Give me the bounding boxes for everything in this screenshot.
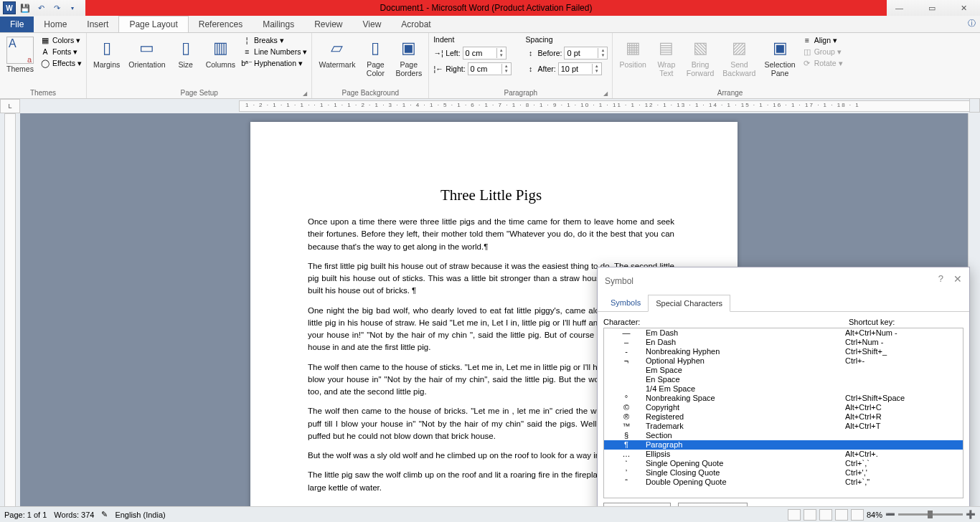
list-item[interactable]: 1/4 Em Space bbox=[604, 384, 963, 394]
size-button[interactable]: ▯Size bbox=[172, 35, 199, 70]
columns-button[interactable]: ▥Columns bbox=[204, 35, 237, 70]
list-item[interactable]: –En DashCtrl+Num - bbox=[604, 338, 963, 347]
tab-home[interactable]: Home bbox=[34, 16, 77, 32]
vertical-ruler-area bbox=[0, 113, 20, 508]
themes-button[interactable]: Themes bbox=[4, 35, 36, 75]
maximize-button[interactable]: ▭ bbox=[915, 0, 948, 16]
align-button[interactable]: ≡Align ▾ bbox=[802, 35, 843, 45]
tab-file[interactable]: File bbox=[0, 16, 34, 32]
header-shortcut: Shortcut key: bbox=[849, 318, 963, 326]
list-item[interactable]: …EllipsisAlt+Ctrl+. bbox=[604, 450, 963, 459]
position-label: Position bbox=[619, 60, 646, 69]
vertical-ruler[interactable] bbox=[4, 113, 16, 508]
spacing-after-label: After: bbox=[538, 65, 556, 73]
watermark-label: Watermark bbox=[319, 60, 355, 69]
view-printlayout-button[interactable] bbox=[788, 509, 801, 521]
list-item[interactable]: ¬Optional HyphenCtrl+- bbox=[604, 356, 963, 366]
minimize-button[interactable]: ― bbox=[883, 0, 915, 16]
pagesetup-launcher[interactable]: ◢ bbox=[303, 90, 307, 97]
save-icon[interactable]: 💾 bbox=[19, 1, 32, 14]
fonts-icon: A bbox=[40, 47, 50, 57]
pagecolor-button[interactable]: ▯Page Color bbox=[362, 35, 389, 79]
selectionpane-button[interactable]: ▣Selection Pane bbox=[762, 35, 797, 79]
ribbon: Themes ▦Colors ▾ AFonts ▾ ◯Effects ▾ The… bbox=[0, 33, 980, 99]
orientation-label: Orientation bbox=[128, 60, 165, 69]
paragraph-launcher[interactable]: ◢ bbox=[603, 90, 608, 97]
zoom-out-button[interactable]: ➖ bbox=[885, 510, 895, 519]
colors-button[interactable]: ▦Colors ▾ bbox=[40, 35, 82, 45]
tab-selector[interactable]: L bbox=[0, 99, 20, 113]
dialog-body: Character: Shortcut key: —Em DashAlt+Ctr… bbox=[598, 312, 969, 522]
view-fullscreen-button[interactable] bbox=[804, 509, 816, 521]
ruler-toggle-button[interactable] bbox=[969, 98, 980, 113]
position-icon: ▦ bbox=[621, 37, 644, 60]
view-draft-button[interactable] bbox=[851, 509, 864, 521]
list-item[interactable]: “Double Opening QuoteCtrl+`," bbox=[604, 478, 963, 487]
watermark-button[interactable]: ▱Watermark bbox=[316, 35, 357, 70]
zoom-slider[interactable] bbox=[898, 513, 963, 516]
spacing-before-input[interactable]: ▲▼ bbox=[564, 47, 608, 60]
dialog-tab-special[interactable]: Special Characters bbox=[648, 295, 730, 312]
undo-icon[interactable]: ↶ bbox=[34, 1, 47, 14]
list-item[interactable]: Em Space bbox=[604, 366, 963, 375]
themes-icon bbox=[6, 37, 34, 64]
orientation-button[interactable]: ▭Orientation bbox=[126, 35, 167, 70]
tab-pagelayout[interactable]: Page Layout bbox=[118, 16, 188, 32]
dialog-close-icon[interactable]: ✕ bbox=[953, 273, 962, 285]
status-page[interactable]: Page: 1 of 1 bbox=[4, 511, 47, 519]
list-item[interactable]: ¶Paragraph bbox=[604, 440, 963, 450]
indent-left-input[interactable]: ▲▼ bbox=[463, 47, 507, 60]
tab-review[interactable]: Review bbox=[304, 16, 352, 32]
list-item[interactable]: -Nonbreaking HyphenCtrl+Shift+_ bbox=[604, 347, 963, 356]
horizontal-ruler[interactable]: 1 · 2 · 1 · 1 · 1 · · 1 · 1 · 1 · 2 · 1 … bbox=[239, 100, 980, 112]
view-weblayout-button[interactable] bbox=[819, 509, 832, 521]
list-item[interactable]: ’Single Closing QuoteCtrl+',' bbox=[604, 468, 963, 478]
close-button[interactable]: ✕ bbox=[948, 0, 980, 16]
status-proofing-icon[interactable]: ✎ bbox=[101, 510, 108, 519]
special-characters-list[interactable]: —Em DashAlt+Ctrl+Num -–En DashCtrl+Num -… bbox=[603, 328, 963, 498]
wraptext-label: Wrap Text bbox=[657, 60, 675, 77]
spacing-after-input[interactable]: ▲▼ bbox=[558, 62, 602, 75]
dialog-titlebar[interactable]: Symbol ? ✕ bbox=[598, 267, 969, 295]
tab-references[interactable]: References bbox=[189, 16, 253, 32]
help-icon[interactable]: ⓘ bbox=[968, 18, 976, 29]
list-item[interactable]: ®RegisteredAlt+Ctrl+R bbox=[604, 412, 963, 422]
sendbackward-icon: ▨ bbox=[727, 37, 750, 60]
list-item[interactable]: §Section bbox=[604, 431, 963, 440]
tab-acrobat[interactable]: Acrobat bbox=[391, 16, 440, 32]
margins-button[interactable]: ▯Margins bbox=[91, 35, 122, 70]
dialog-tab-symbols[interactable]: Symbols bbox=[603, 295, 648, 311]
linenumbers-button[interactable]: ≡Line Numbers ▾ bbox=[242, 47, 307, 57]
tab-view[interactable]: View bbox=[353, 16, 392, 32]
indent-left-label: Left: bbox=[446, 49, 460, 57]
pagecolor-label: Page Color bbox=[367, 60, 385, 77]
effects-button[interactable]: ◯Effects ▾ bbox=[40, 58, 82, 68]
status-language[interactable]: English (India) bbox=[115, 511, 165, 519]
list-item[interactable]: °Nonbreaking SpaceCtrl+Shift+Space bbox=[604, 394, 963, 403]
list-item[interactable]: ‘Single Opening QuoteCtrl+`,` bbox=[604, 459, 963, 468]
tab-mailings[interactable]: Mailings bbox=[253, 16, 304, 32]
breaks-button[interactable]: ¦Breaks ▾ bbox=[242, 35, 307, 45]
qat-customize-icon[interactable]: ▾ bbox=[66, 1, 79, 14]
tab-insert[interactable]: Insert bbox=[77, 16, 118, 32]
list-item[interactable]: ©CopyrightAlt+Ctrl+C bbox=[604, 403, 963, 412]
hyphenation-button[interactable]: bª⁻Hyphenation ▾ bbox=[242, 58, 307, 68]
watermark-icon: ▱ bbox=[326, 37, 349, 60]
indent-right-input[interactable]: ▲▼ bbox=[468, 62, 512, 75]
zoom-in-button[interactable]: ➕ bbox=[966, 510, 976, 519]
view-outline-button[interactable] bbox=[835, 509, 848, 521]
bringforward-label: Bring Forward bbox=[687, 60, 715, 77]
indent-left-icon: →¦ bbox=[433, 48, 443, 58]
orientation-icon: ▭ bbox=[136, 37, 159, 60]
status-words[interactable]: Words: 374 bbox=[54, 511, 94, 519]
dialog-help-icon[interactable]: ? bbox=[938, 273, 943, 284]
word-app-icon[interactable]: W bbox=[3, 1, 16, 14]
list-item[interactable]: En Space bbox=[604, 375, 963, 384]
list-item[interactable]: —Em DashAlt+Ctrl+Num - bbox=[604, 328, 963, 338]
pageborders-button[interactable]: ▣Page Borders bbox=[393, 35, 424, 79]
fonts-button[interactable]: AFonts ▾ bbox=[40, 47, 82, 57]
colors-icon: ▦ bbox=[40, 35, 50, 45]
redo-icon[interactable]: ↷ bbox=[50, 1, 63, 14]
list-item[interactable]: ™TrademarkAlt+Ctrl+T bbox=[604, 422, 963, 431]
zoom-level[interactable]: 84% bbox=[867, 511, 882, 519]
